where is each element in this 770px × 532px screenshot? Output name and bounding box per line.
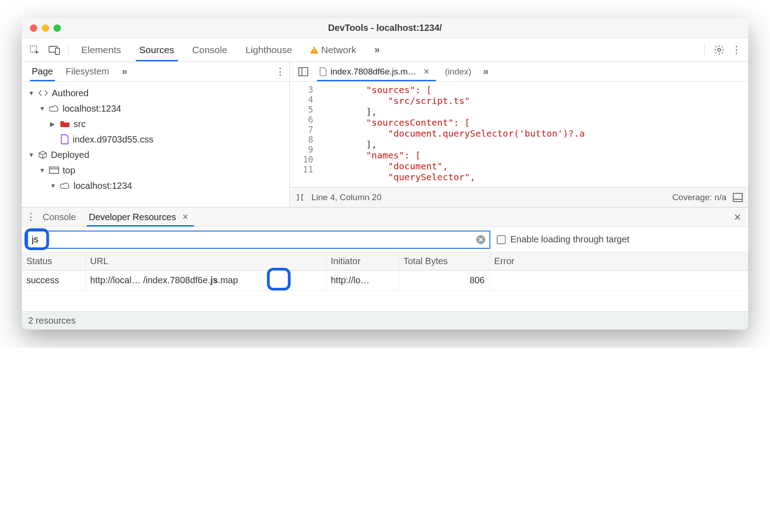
tab-console[interactable]: Console (184, 38, 236, 61)
table-row[interactable]: success http://local… /index.7808df6e.js… (22, 271, 748, 291)
main-toolbar: Elements Sources Console Lighthouse Netw… (22, 38, 748, 62)
warning-icon (310, 46, 318, 54)
more-subtabs-button[interactable]: » (115, 62, 132, 81)
tab-elements[interactable]: Elements (73, 38, 129, 61)
file-icon (320, 67, 327, 76)
toggle-sidebar-icon[interactable] (733, 193, 743, 202)
tree-folder-src[interactable]: ▶ src (26, 116, 285, 132)
enable-loading-checkbox[interactable]: Enable loading through target (497, 234, 629, 245)
divider (704, 44, 705, 56)
col-url[interactable]: URL (85, 252, 326, 271)
drawer-tab-devresources[interactable]: Developer Resources × (82, 207, 198, 227)
chevrons-right-icon: » (374, 44, 378, 56)
inspect-element-icon[interactable] (25, 41, 44, 59)
cursor-position: Line 4, Column 20 (311, 192, 381, 202)
kebab-menu-button[interactable]: ⋮ (731, 45, 742, 55)
subtab-filesystem[interactable]: Filesystem (59, 62, 116, 81)
editor-pane: index.7808df6e.js.m… × (index) » 3456789… (290, 62, 748, 207)
checkbox-icon (497, 235, 506, 244)
close-tab-button[interactable]: × (420, 66, 433, 78)
titlebar: DevTools - localhost:1234/ (22, 18, 748, 38)
table-header-row: Status URL Initiator Total Bytes Error (22, 252, 748, 271)
tab-label: Sources (139, 44, 174, 55)
tab-label: Console (192, 44, 227, 55)
tree-label: Authored (52, 88, 89, 99)
folder-icon (60, 120, 70, 128)
more-file-tabs[interactable]: » (479, 62, 491, 81)
tab-label: Console (43, 212, 76, 222)
device-toolbar-icon[interactable] (45, 41, 64, 59)
more-tabs-button[interactable]: » (366, 38, 386, 61)
pretty-print-icon[interactable] (295, 193, 305, 202)
col-status[interactable]: Status (22, 252, 85, 271)
tree-group-deployed[interactable]: ▼ Deployed (26, 147, 285, 163)
line-gutter: 34567891011 (290, 82, 319, 187)
filter-input[interactable] (32, 234, 472, 245)
chevrons-right-icon: » (483, 66, 487, 78)
expand-icon: ▼ (28, 89, 35, 97)
clear-filter-icon[interactable] (476, 235, 486, 245)
tab-network[interactable]: Network (302, 38, 364, 61)
close-drawer-button[interactable]: × (731, 210, 745, 224)
cell-error (489, 271, 748, 291)
code-icon (38, 89, 48, 97)
settings-button[interactable] (710, 41, 728, 59)
subtab-page[interactable]: Page (25, 62, 59, 81)
gear-icon (714, 44, 725, 55)
expand-icon: ▼ (39, 167, 45, 174)
cloud-icon (49, 105, 59, 112)
file-icon (61, 134, 69, 144)
svg-rect-2 (55, 48, 59, 54)
tree-label: Deployed (51, 150, 89, 160)
svg-rect-6 (299, 68, 308, 76)
chevrons-right-icon: » (122, 66, 125, 78)
col-bytes[interactable]: Total Bytes (399, 252, 489, 271)
cloud-icon (60, 182, 70, 189)
window-title: DevTools - localhost:1234/ (22, 23, 748, 33)
tree-host-deployed[interactable]: ▼ localhost:1234 (26, 178, 285, 193)
cell-url: http://local… /index.7808df6e.js.map (85, 271, 326, 291)
filter-input-wrapper (27, 231, 490, 249)
expand-icon: ▼ (28, 151, 35, 158)
drawer-menu-button[interactable]: ⋮ (25, 212, 36, 222)
checkbox-label: Enable loading through target (510, 234, 629, 245)
devtools-window: DevTools - localhost:1234/ Elements Sour… (22, 18, 748, 330)
main-tabs: Elements Sources Console Lighthouse Netw… (73, 38, 700, 61)
filter-bar: Enable loading through target (22, 227, 748, 252)
tree-label: top (63, 165, 75, 176)
file-tab-active[interactable]: index.7808df6e.js.m… × (315, 62, 438, 81)
drawer-tab-console[interactable]: Console (36, 207, 82, 227)
code-editor[interactable]: 34567891011 "sources": [ "src/script.ts"… (290, 82, 748, 187)
frame-icon (49, 167, 59, 174)
tree-frame-top[interactable]: ▼ top (26, 163, 285, 178)
tab-label: Lighthouse (246, 44, 292, 55)
editor-statusbar: Line 4, Column 20 Coverage: n/a (290, 187, 748, 207)
drawer-statusbar: 2 resources (22, 311, 748, 330)
resources-table: Status URL Initiator Total Bytes Error s… (22, 252, 748, 291)
tree-host[interactable]: ▼ localhost:1234 (26, 101, 285, 116)
file-tree: ▼ Authored ▼ localhost:1234 ▶ src index.… (22, 82, 289, 197)
col-error[interactable]: Error (489, 252, 748, 271)
tab-label: Page (32, 66, 53, 77)
navigator-menu-button[interactable]: ⋮ (275, 67, 286, 77)
tab-label: Developer Resources (89, 212, 176, 222)
tree-label: index.d9703d55.css (73, 134, 153, 145)
tree-label: localhost:1234 (74, 181, 132, 191)
sources-panel: Page Filesystem » ⋮ ▼ Authored ▼ localho… (22, 62, 748, 207)
expand-icon: ▼ (39, 105, 45, 112)
tab-lighthouse[interactable]: Lighthouse (237, 38, 301, 61)
tab-sources[interactable]: Sources (131, 38, 183, 61)
file-tab-index[interactable]: (index) (440, 62, 476, 81)
col-initiator[interactable]: Initiator (326, 252, 399, 271)
tree-label: src (74, 119, 86, 129)
navigator-tabs: Page Filesystem » ⋮ (22, 62, 289, 82)
toggle-navigator-icon[interactable] (294, 63, 312, 81)
close-tab-button[interactable]: × (179, 211, 192, 223)
tree-file-css[interactable]: index.d9703d55.css (26, 132, 285, 147)
svg-point-3 (718, 48, 721, 51)
cell-status: success (22, 271, 85, 291)
resources-count: 2 resources (28, 315, 76, 326)
file-tab-label: (index) (445, 67, 471, 77)
tree-label: localhost:1234 (63, 103, 121, 114)
tree-group-authored[interactable]: ▼ Authored (26, 85, 285, 101)
